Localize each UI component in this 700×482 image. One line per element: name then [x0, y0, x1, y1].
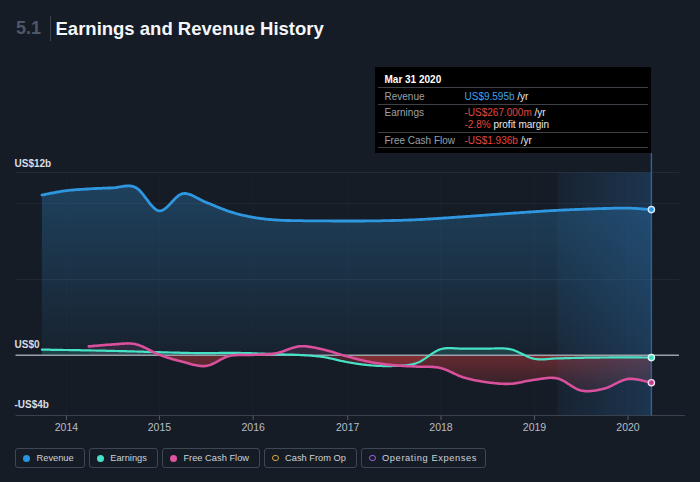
svg-text:2014: 2014 [55, 421, 79, 433]
svg-text:2017: 2017 [336, 421, 360, 433]
svg-text:2016: 2016 [242, 421, 266, 433]
svg-text:2020: 2020 [616, 421, 640, 433]
svg-text:2019: 2019 [523, 421, 547, 433]
svg-text:US$0: US$0 [15, 339, 40, 350]
svg-text:2018: 2018 [429, 421, 453, 433]
svg-text:-US$4b: -US$4b [15, 399, 49, 410]
svg-text:2015: 2015 [148, 421, 172, 433]
svg-text:US$12b: US$12b [15, 158, 52, 169]
